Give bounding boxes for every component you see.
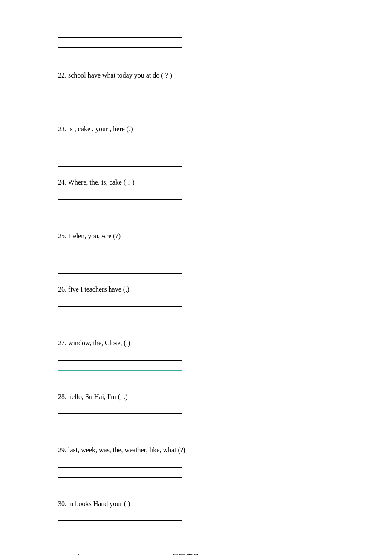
question-29-prompt: last, week, was, the, weather, like, wha… — [68, 446, 185, 454]
question-29-number: 29. — [58, 446, 66, 454]
answer-line — [58, 479, 182, 488]
question-26-prompt: five I teachers have (.) — [68, 286, 129, 293]
answer-line — [58, 298, 182, 307]
answer-line — [58, 308, 182, 317]
answer-line — [58, 104, 182, 113]
question-29-lines — [58, 458, 334, 488]
question-26-number: 26. — [58, 286, 66, 293]
question-27: 27. window, the, Close, (.) — [58, 338, 334, 381]
question-22: 22. school have what today you at do ( ?… — [58, 70, 334, 113]
answer-line — [58, 318, 182, 327]
question-27-prompt: window, the, Close, (.) — [68, 339, 130, 347]
question-28-lines — [58, 405, 334, 434]
question-26: 26. five I teachers have (.) — [58, 284, 334, 327]
answer-line — [58, 532, 182, 541]
question-24-lines — [58, 191, 334, 220]
answer-line — [58, 372, 182, 381]
question-23-number: 23. — [58, 125, 66, 133]
question-30-text: 30. in books Hand your (.) — [58, 498, 334, 509]
answer-line — [58, 94, 182, 103]
answer-line — [58, 468, 182, 478]
answer-line — [58, 254, 182, 263]
answer-line — [58, 512, 182, 521]
answer-line — [58, 137, 182, 146]
question-30-lines — [58, 512, 334, 541]
top-lines-group — [58, 28, 334, 58]
question-30: 30. in books Hand your (.) — [58, 498, 334, 542]
answer-line — [58, 351, 182, 361]
q31-suffix: （只写序号） — [165, 553, 206, 555]
top-answer-lines — [58, 28, 334, 58]
question-29: 29. last, week, was, the, weather, like,… — [58, 445, 334, 488]
answer-line — [58, 49, 182, 58]
question-31-number: 31. — [58, 553, 66, 555]
answer-line — [58, 28, 182, 38]
question-29-text: 29. last, week, was, the, weather, like,… — [58, 445, 334, 456]
question-22-lines — [58, 84, 334, 113]
answer-line — [58, 191, 182, 200]
question-30-prompt: in books Hand your (.) — [68, 500, 130, 507]
question-24-text: 24. Where, the, is, cake ( ? ) — [58, 177, 334, 188]
answer-line — [58, 147, 182, 156]
question-25-prompt: Helen, you, Are (?) — [68, 232, 121, 240]
question-30-number: 30. — [58, 500, 66, 507]
question-28-prompt: hello, Su Hai, I'm (, .) — [68, 393, 127, 400]
answer-line — [58, 415, 182, 424]
answer-line — [58, 211, 182, 220]
answer-line — [58, 425, 182, 434]
question-27-text: 27. window, the, Close, (.) — [58, 338, 334, 349]
question-25-lines — [58, 244, 334, 274]
question-26-text: 26. five I teachers have (.) — [58, 284, 334, 295]
question-25-number: 25. — [58, 232, 66, 240]
answer-line — [58, 201, 182, 210]
question-27-number: 27. — [58, 339, 66, 347]
question-28-text: 28. hello, Su Hai, I'm (, .) — [58, 391, 334, 402]
q31-part1: 1she 2your 3Is 4sister 5? （只写序号） — [68, 553, 206, 555]
question-31-text: 31. 1she 2your 3Is 4sister 5? （只写序号） — [58, 552, 334, 555]
question-27-lines — [58, 351, 334, 381]
question-23-lines — [58, 137, 334, 167]
question-24-number: 24. — [58, 179, 66, 186]
question-28: 28. hello, Su Hai, I'm (, .) — [58, 391, 334, 435]
question-25: 25. Helen, you, Are (?) — [58, 231, 334, 274]
question-25-text: 25. Helen, you, Are (?) — [58, 231, 334, 242]
question-26-lines — [58, 298, 334, 327]
answer-line-teal — [58, 361, 182, 371]
answer-line — [58, 264, 182, 274]
question-23: 23. is , cake , your , here (.) — [58, 124, 334, 167]
question-28-number: 28. — [58, 393, 66, 400]
question-23-text: 23. is , cake , your , here (.) — [58, 124, 334, 135]
answer-line — [58, 405, 182, 414]
question-22-prompt: school have what today you at do ( ? ) — [68, 72, 172, 79]
answer-line — [58, 38, 182, 48]
question-24: 24. Where, the, is, cake ( ? ) — [58, 177, 334, 220]
answer-line — [58, 157, 182, 167]
answer-line — [58, 522, 182, 531]
question-31: 31. 1she 2your 3Is 4sister 5? （只写序号） — [58, 552, 334, 555]
answer-line — [58, 458, 182, 468]
answer-line — [58, 244, 182, 253]
question-22-number: 22. — [58, 72, 66, 79]
question-23-prompt: is , cake , your , here (.) — [68, 125, 133, 133]
question-22-text: 22. school have what today you at do ( ?… — [58, 70, 334, 81]
answer-line — [58, 84, 182, 93]
question-24-prompt: Where, the, is, cake ( ? ) — [68, 179, 135, 186]
